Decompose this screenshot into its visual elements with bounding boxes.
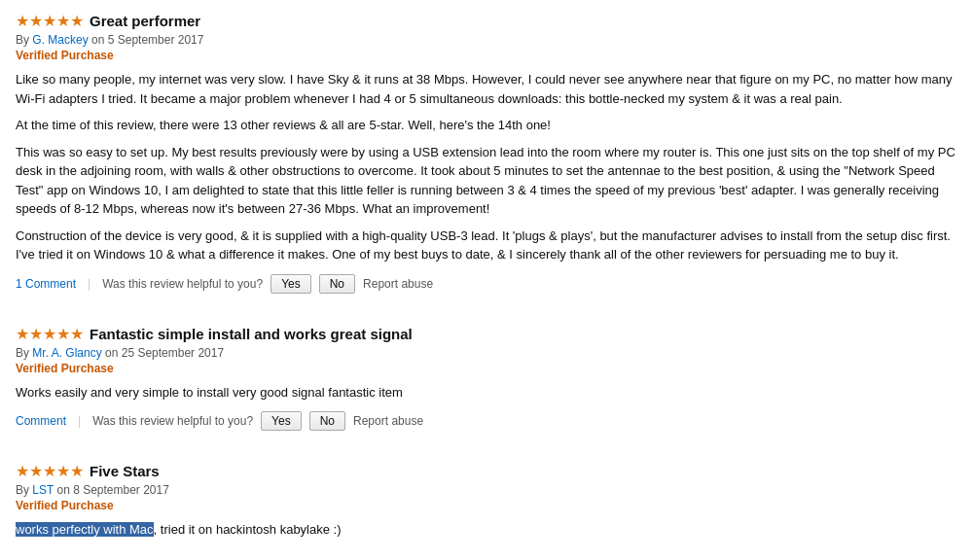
review-3-title-row: ★★★★★ Five Stars	[16, 462, 957, 480]
review-1-title: Great performer	[90, 13, 200, 29]
review-3-title: Five Stars	[90, 463, 160, 479]
review-1-report-link[interactable]: Report abuse	[363, 277, 433, 291]
review-1-body: Like so many people, my internet was ver…	[16, 70, 957, 264]
review-3-highlight: works perfectly with Mac	[16, 522, 154, 537]
review-2-helpful-text: Was this review helpful to you?	[92, 414, 253, 428]
review-3-body-rest: , tried it on hackintosh kabylake :)	[154, 522, 342, 537]
review-2-author[interactable]: Mr. A. Glancy	[32, 346, 101, 360]
review-1-para-4: Construction of the device is very good,…	[16, 227, 957, 264]
review-1-helpful-row: 1 Comment | Was this review helpful to y…	[16, 274, 957, 294]
review-2-no-button[interactable]: No	[309, 411, 345, 431]
review-2-helpful-row: Comment | Was this review helpful to you…	[16, 411, 957, 431]
review-2-date: 25 September 2017	[122, 346, 224, 360]
review-1-date: 5 September 2017	[108, 33, 204, 47]
review-2: ★★★★★ Fantastic simple install and works…	[16, 325, 957, 445]
review-3-stars: ★★★★★	[16, 462, 84, 480]
review-3-author[interactable]: LST	[32, 483, 54, 497]
review-2-body: Works easily and very simple to install …	[16, 383, 957, 402]
review-2-comment-link[interactable]: Comment	[16, 414, 66, 428]
review-2-title: Fantastic simple install and works great…	[90, 326, 413, 342]
review-3-para-1: works perfectly with Mac, tried it on ha…	[16, 520, 957, 540]
review-1: ★★★★★ Great performer By G. Mackey on 5 …	[16, 12, 957, 307]
review-3-verified: Verified Purchase	[16, 499, 957, 512]
review-1-comment-link[interactable]: 1 Comment	[16, 277, 76, 291]
review-1-author[interactable]: G. Mackey	[32, 33, 88, 47]
review-1-helpful-text: Was this review helpful to you?	[102, 277, 263, 291]
review-1-title-row: ★★★★★ Great performer	[16, 12, 957, 30]
review-3: ★★★★★ Five Stars By LST on 8 September 2…	[16, 462, 957, 553]
review-1-para-1: Like so many people, my internet was ver…	[16, 70, 957, 108]
review-1-para-2: At the time of this review, there were 1…	[16, 116, 957, 135]
review-1-no-button[interactable]: No	[319, 274, 355, 294]
review-1-stars: ★★★★★	[16, 12, 84, 30]
review-2-report-link[interactable]: Report abuse	[353, 414, 423, 428]
review-1-yes-button[interactable]: Yes	[270, 274, 311, 294]
review-2-verified: Verified Purchase	[16, 362, 957, 375]
review-2-meta: By Mr. A. Glancy on 25 September 2017	[16, 346, 957, 360]
review-2-para-1: Works easily and very simple to install …	[16, 383, 957, 402]
review-3-date: 8 September 2017	[73, 483, 169, 497]
divider-2: |	[78, 414, 81, 428]
review-1-para-3: This was so easy to set up. My best resu…	[16, 143, 957, 219]
review-2-stars: ★★★★★	[16, 325, 84, 343]
review-3-meta: By LST on 8 September 2017	[16, 483, 957, 497]
review-1-meta: By G. Mackey on 5 September 2017	[16, 33, 957, 47]
review-3-body: works perfectly with Mac, tried it on ha…	[16, 520, 957, 540]
review-2-title-row: ★★★★★ Fantastic simple install and works…	[16, 325, 957, 343]
review-2-yes-button[interactable]: Yes	[261, 411, 302, 431]
divider-1: |	[88, 277, 90, 291]
review-1-verified: Verified Purchase	[16, 49, 957, 62]
